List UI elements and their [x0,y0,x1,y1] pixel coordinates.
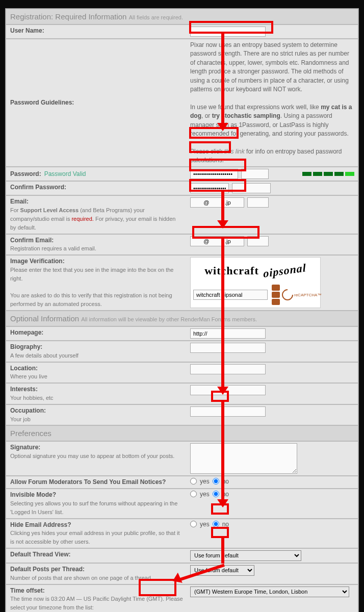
email-sub: For Support Level Access (and Beta Progr… [10,207,175,231]
email-extra [247,197,269,208]
modemails-no[interactable] [213,478,219,484]
threadview-select[interactable]: Use forum default [190,550,301,561]
signature-row: Signature:Optional signature you may use… [6,441,358,476]
occupation-label: Occupation: [10,407,46,414]
confirmemail-extra [247,236,269,246]
optional-header: Optional Information All information wil… [6,311,358,326]
location-input[interactable] [190,364,266,374]
email-label: Email: [10,198,29,205]
threadview-row: Default Thread View: Use forum default [6,548,358,563]
modemails-yes[interactable] [190,478,197,484]
page-container: Registration: Required Information All f… [0,0,364,612]
captcha-input[interactable] [193,290,268,300]
timeoffset-select[interactable]: (GMT) Western Europe Time, London, Lisbo… [190,586,349,597]
confirmemail-label: Confirm Email: [10,237,54,244]
postsper-row: Default Posts per Thread:Number of posts… [6,563,358,584]
captcha-sub1: Please enter the text that you see in th… [10,267,173,282]
optional-title: Optional Information [10,314,79,323]
postsper-sub: Number of posts that are shown on one pa… [10,575,152,581]
interests-sub: Your hobbies, etc [10,395,54,401]
form-table: Registration: Required Information All f… [5,8,359,612]
signature-sub: Optional signature you may use to appear… [10,453,174,459]
invisible-sub: Selecting yes allows you to surf the for… [10,500,177,515]
captcha-widget: witchcraft oipsonal reCAPTCHA™ [190,257,321,308]
threadview-label: Default Thread View: [10,551,70,558]
captcha-label: Image Verification: [10,258,65,265]
password-strength [302,172,354,176]
captcha-sub2: You are asked to do this to verify that … [10,292,172,307]
bio-input[interactable] [190,343,266,353]
pwguide-p2: In use we found that expressions work we… [190,103,355,139]
pwguidelines-label: Password Guidelines: [10,98,74,107]
timeoffset-row: Time offset:The time now is 03:20 AM — U… [6,584,358,612]
invisible-label: Invisible Mode? [10,491,56,498]
email-input[interactable] [190,197,244,208]
captcha-audio-icon[interactable] [272,292,280,298]
hideemail-row: Hide Email Address?Clicking yes hides yo… [6,519,358,548]
required-header: Registration: Required Information All f… [6,9,358,24]
confirmemail-sub: Registration requires a valid email. [10,245,96,251]
captcha-row: Image Verification: Please enter the tex… [6,255,358,311]
invisible-no[interactable] [213,491,219,497]
invisible-yes[interactable] [190,491,197,497]
homepage-row: Homepage: [6,326,358,341]
entropy-link[interactable]: this link [224,148,245,155]
occupation-sub: Your job [10,416,31,422]
password-label: Password: [10,170,41,177]
hideemail-no[interactable] [213,521,219,527]
hideemail-label: Hide Email Address? [10,521,71,528]
invisible-row: Invisible Mode?Selecting yes allows you … [6,489,358,518]
pwguide-p1: Pixar now uses an entropy based system t… [190,41,355,94]
bio-row: Biography:A few details about yourself [6,341,358,362]
homepage-label: Homepage: [10,329,43,336]
pwguide-p3: Please click this link for info on entro… [190,147,355,165]
occupation-row: Occupation:Your job [6,404,358,426]
captcha-image: witchcraft oipsonal [193,260,318,282]
postsper-label: Default Posts per Thread: [10,566,85,573]
location-sub: Where you live [10,373,47,379]
location-label: Location: [10,365,38,372]
confirmpw-row: Confirm Password: [6,181,358,195]
required-sub: All fields are required. [129,14,183,20]
timeoffset-label: Time offset: [10,587,45,594]
pwguidelines-row: Password Guidelines: Pixar now uses an e… [6,39,358,167]
hideemail-yes[interactable] [190,521,197,527]
bio-sub: A few details about yourself [10,352,79,359]
modemails-row: Allow Forum Moderators To Send You Email… [6,476,358,489]
confirmpw-extra [232,183,271,193]
homepage-input[interactable] [190,328,266,339]
confirmemail-input[interactable] [190,236,244,246]
interests-row: Interests:Your hobbies, etc [6,383,358,404]
occupation-input[interactable] [190,406,266,417]
email-row: Email: For Support Level Access (and Bet… [6,195,358,234]
signature-input[interactable] [190,443,297,474]
bio-label: Biography: [10,343,42,350]
confirmemail-row: Confirm Email:Registration requires a va… [6,234,358,256]
password-extra [241,169,269,179]
required-title: Registration: Required Information [10,12,126,21]
username-input[interactable] [190,27,266,37]
recaptcha-logo: reCAPTCHA™ [282,289,321,300]
modemails-label: Allow Forum Moderators To Send You Email… [10,478,166,486]
password-valid: Password Valid [44,170,86,177]
username-row: User Name: [6,24,358,39]
captcha-refresh-icon[interactable] [272,285,280,291]
confirmpw-input[interactable] [190,183,229,193]
prefs-title: Preferences [10,429,51,438]
confirmpw-label: Confirm Password: [10,184,66,191]
signature-label: Signature: [10,444,40,451]
username-label: User Name: [10,27,44,34]
interests-label: Interests: [10,386,38,393]
prefs-header: Preferences [6,425,358,441]
optional-sub: All information will be viewable by othe… [81,316,257,322]
password-row: Password:Password Valid [6,167,358,181]
password-input[interactable] [190,169,238,179]
hideemail-sub: Clicking yes hides your email address in… [10,530,180,545]
location-row: Location:Where you live [6,362,358,384]
timeoffset-sub: The time now is 03:20 AM — US Pacific Da… [10,596,183,610]
captcha-help-icon[interactable] [272,299,280,305]
interests-input[interactable] [190,385,266,395]
captcha-controls [272,285,280,305]
postsper-select[interactable]: Use forum default [190,565,254,576]
